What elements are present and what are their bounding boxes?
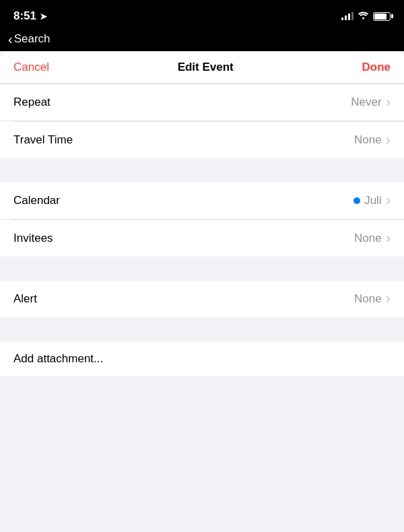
invitees-label: Invitees <box>13 232 53 245</box>
alert-value-text: None <box>354 292 382 306</box>
travel-time-value-text: None <box>354 133 382 147</box>
invitees-row[interactable]: Invitees None <box>0 220 404 257</box>
edit-event-header: Cancel Edit Event Done <box>0 51 404 84</box>
calendar-label: Calendar <box>13 194 60 207</box>
wifi-icon <box>358 11 369 22</box>
travel-time-chevron-icon <box>386 131 391 149</box>
section-repeat: Repeat Never Travel Time None <box>0 84 404 158</box>
status-bar: 8:51 ➤ <box>0 0 404 30</box>
clock: 8:51 <box>13 9 36 23</box>
repeat-value: Never <box>351 94 391 111</box>
calendar-row[interactable]: Calendar Juli <box>0 182 404 220</box>
status-time: 8:51 ➤ <box>13 9 47 23</box>
add-attachment-row[interactable]: Add attachment... <box>0 341 404 376</box>
travel-time-label: Travel Time <box>13 133 73 147</box>
alert-row[interactable]: Alert None <box>0 281 404 317</box>
repeat-value-text: Never <box>351 96 381 109</box>
calendar-dot-icon <box>354 197 360 204</box>
back-label: Search <box>14 32 50 46</box>
calendar-value-text: Juli <box>364 194 382 207</box>
alert-value: None <box>354 290 391 308</box>
svg-point-0 <box>362 18 364 20</box>
done-button[interactable]: Done <box>362 61 391 74</box>
section-calendar: Calendar Juli Invitees None <box>0 182 404 257</box>
status-icons <box>341 11 391 22</box>
invitees-chevron-icon <box>386 230 391 247</box>
battery-icon <box>373 12 391 21</box>
alert-chevron-icon <box>386 290 391 308</box>
location-icon: ➤ <box>40 11 47 22</box>
repeat-row[interactable]: Repeat Never <box>0 84 404 121</box>
travel-time-row[interactable]: Travel Time None <box>0 122 404 158</box>
back-navigation: ‹ Search <box>0 30 404 51</box>
main-content: Repeat Never Travel Time None Calendar J… <box>0 84 404 376</box>
section-gap-3 <box>0 317 404 341</box>
alert-label: Alert <box>13 292 37 306</box>
calendar-chevron-icon <box>386 192 391 209</box>
calendar-value: Juli <box>354 192 391 209</box>
section-alert: Alert None <box>0 281 404 317</box>
back-button[interactable]: ‹ Search <box>8 32 50 46</box>
invitees-value-text: None <box>354 232 382 245</box>
invitees-value: None <box>354 230 391 247</box>
section-gap-2 <box>0 257 404 281</box>
travel-time-value: None <box>354 131 391 149</box>
section-attachment: Add attachment... <box>0 341 404 376</box>
page-title: Edit Event <box>178 61 234 74</box>
signal-icon <box>341 12 354 20</box>
repeat-chevron-icon <box>386 94 391 111</box>
back-chevron-icon: ‹ <box>8 32 13 46</box>
section-gap-1 <box>0 158 404 182</box>
repeat-label: Repeat <box>13 96 50 109</box>
cancel-button[interactable]: Cancel <box>13 61 49 74</box>
add-attachment-label: Add attachment... <box>13 352 103 366</box>
